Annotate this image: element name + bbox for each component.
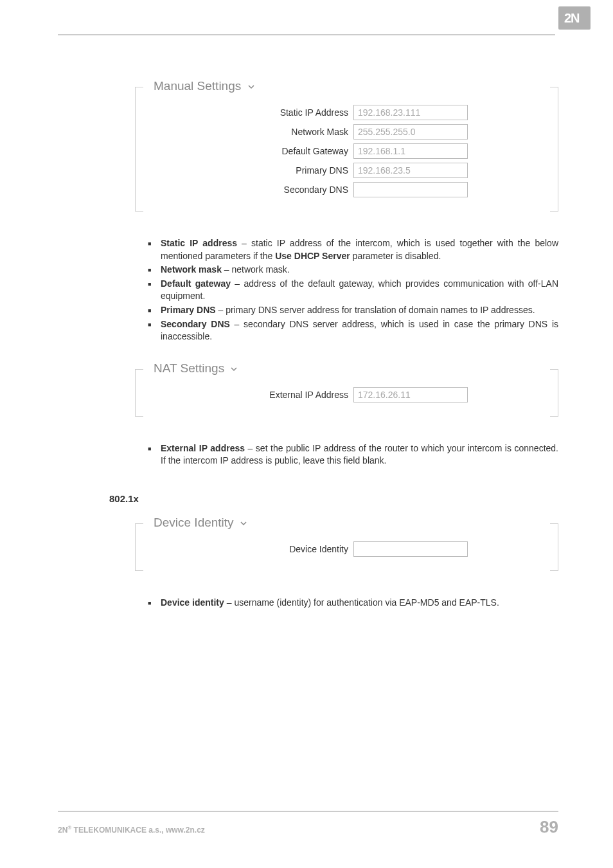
device-identity-label: Device Identity	[289, 544, 353, 554]
manual-settings-panel: Manual Settings Static IP Address Networ…	[135, 87, 558, 212]
external-ip-input[interactable]	[353, 387, 468, 402]
section-8021x-heading: 802.1x	[109, 493, 558, 504]
header-bar: 2N	[58, 0, 555, 35]
chevron-down-icon	[230, 365, 238, 373]
nat-settings-description-list: External IP address – set the public IP …	[109, 442, 558, 467]
brand-logo: 2N	[558, 6, 591, 30]
chevron-down-icon	[240, 520, 247, 527]
footer-page-number: 89	[540, 817, 558, 837]
manual-settings-title[interactable]: Manual Settings	[148, 79, 260, 93]
netmask-row: Network Mask	[136, 124, 468, 140]
desc-secondary-dns: Secondary DNS – secondary DNS server add…	[148, 318, 558, 343]
external-ip-label: External IP Address	[269, 390, 353, 400]
device-identity-input[interactable]	[353, 541, 468, 557]
primary-dns-row: Primary DNS	[136, 163, 468, 178]
netmask-label: Network Mask	[291, 127, 353, 137]
static-ip-label: Static IP Address	[280, 107, 353, 118]
secondary-dns-input[interactable]	[353, 182, 468, 197]
manual-settings-title-text: Manual Settings	[154, 79, 241, 93]
gateway-input[interactable]	[353, 143, 468, 159]
external-ip-row: External IP Address	[136, 387, 468, 402]
static-ip-input[interactable]	[353, 105, 468, 120]
device-identity-title[interactable]: Device Identity	[148, 516, 253, 530]
desc-netmask: Network mask – network mask.	[148, 264, 558, 276]
chevron-down-icon	[247, 83, 255, 91]
device-identity-panel: Device Identity Device Identity	[135, 523, 558, 571]
nat-settings-title-text: NAT Settings	[154, 361, 224, 375]
gateway-row: Default Gateway	[136, 143, 468, 159]
nat-settings-panel: NAT Settings External IP Address	[135, 369, 558, 417]
gateway-label: Default Gateway	[282, 146, 354, 156]
desc-gateway: Default gateway – address of the default…	[148, 278, 558, 303]
primary-dns-label: Primary DNS	[296, 165, 353, 176]
desc-external-ip: External IP address – set the public IP …	[148, 442, 558, 467]
secondary-dns-row: Secondary DNS	[136, 182, 468, 197]
secondary-dns-label: Secondary DNS	[284, 185, 353, 195]
static-ip-row: Static IP Address	[136, 105, 468, 120]
page-footer: 2N® TELEKOMUNIKACE a.s., www.2n.cz 89	[58, 811, 558, 837]
footer-company: 2N® TELEKOMUNIKACE a.s., www.2n.cz	[58, 825, 205, 835]
device-identity-description-list: Device identity – username (identity) fo…	[109, 597, 558, 610]
nat-settings-title[interactable]: NAT Settings	[148, 361, 243, 375]
netmask-input[interactable]	[353, 124, 468, 140]
device-identity-title-text: Device Identity	[154, 516, 234, 529]
device-identity-row: Device Identity	[136, 541, 468, 557]
desc-primary-dns: Primary DNS – primary DNS server address…	[148, 304, 558, 317]
page-content: Manual Settings Static IP Address Networ…	[109, 35, 558, 610]
svg-text:2N: 2N	[564, 11, 580, 25]
desc-device-identity: Device identity – username (identity) fo…	[148, 597, 558, 610]
manual-settings-description-list: Static IP address – static IP address of…	[109, 237, 558, 343]
desc-static-ip: Static IP address – static IP address of…	[148, 237, 558, 262]
primary-dns-input[interactable]	[353, 163, 468, 178]
